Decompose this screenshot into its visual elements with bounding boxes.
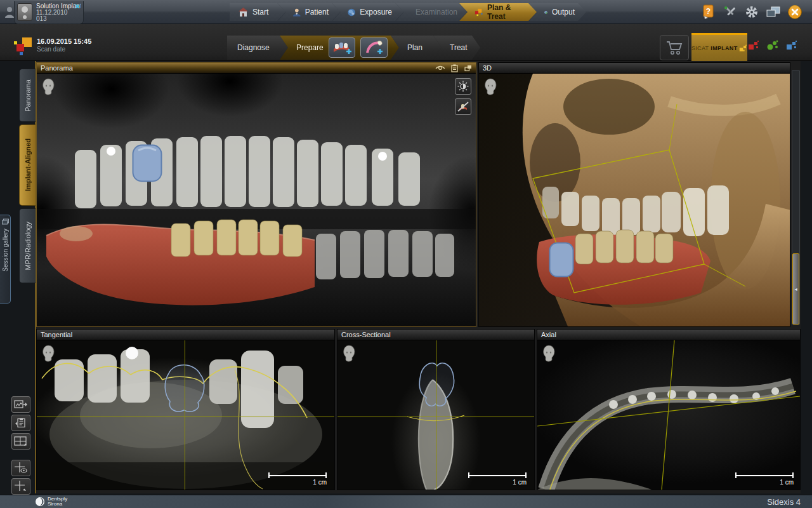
nav-tab-exposure[interactable]: Exposure xyxy=(332,3,403,21)
axial-viewport[interactable]: 1 cm xyxy=(537,340,800,490)
app-icon-green[interactable] xyxy=(766,39,779,51)
brand-line2: Sirona xyxy=(48,502,67,507)
side-panel-track: ◄ xyxy=(792,70,800,325)
windows-icon[interactable] xyxy=(765,4,782,20)
export-image-button[interactable] xyxy=(11,396,30,413)
shop-cart-button[interactable] xyxy=(660,35,689,60)
three-d-viewport[interactable] xyxy=(479,74,790,326)
sidexis-logo xyxy=(14,36,33,55)
scale-bar: 1 cm xyxy=(735,472,794,486)
workspace-tab-label: Panorama xyxy=(24,79,32,112)
patient-card[interactable]: Solution Implant 11.12.2010 013 ✕ xyxy=(14,1,84,24)
nav-tab-output[interactable]: Output xyxy=(529,3,586,21)
workspace-tab-panorama[interactable]: Panorama xyxy=(19,69,36,122)
panorama-title: Panorama xyxy=(41,64,73,72)
avatar xyxy=(17,3,32,21)
cross-sectional-header[interactable]: Cross-Sectional xyxy=(337,330,534,340)
phase-label: Diagnose xyxy=(237,43,270,52)
head-orientation-icon[interactable] xyxy=(483,78,497,96)
clipboard-icon[interactable] xyxy=(450,64,459,72)
crosshair-horizontal[interactable] xyxy=(37,417,334,417)
scale-label: 1 cm xyxy=(780,479,794,486)
head-orientation-icon[interactable] xyxy=(41,78,55,96)
brightness-contrast-button[interactable] xyxy=(455,78,471,95)
gallery-icon xyxy=(2,218,9,225)
nav-tab-label: Patient xyxy=(305,8,329,17)
panorama-viewport[interactable] xyxy=(37,74,476,326)
session-gallery-tab[interactable]: Session gallery xyxy=(0,215,11,304)
phase-label: Plan xyxy=(407,43,422,52)
three-d-header[interactable]: 3D xyxy=(479,63,790,74)
add-jaw-curve-button[interactable] xyxy=(360,37,388,58)
phase-tab-prepare[interactable]: Prepare xyxy=(280,36,399,60)
crosshair-reset-button[interactable] xyxy=(11,478,30,495)
tangential-panel: Tangential 1 cm xyxy=(36,329,335,490)
app-switcher xyxy=(747,39,798,51)
maximize-icon[interactable] xyxy=(464,65,472,72)
tangential-title: Tangential xyxy=(41,331,72,338)
scale-bar: 1 cm xyxy=(268,472,327,486)
nav-tab-start[interactable]: Start xyxy=(230,3,285,21)
app-icon-blue[interactable] xyxy=(785,39,798,51)
cart-icon xyxy=(665,39,683,56)
cross-sectional-viewport[interactable]: 1 cm xyxy=(337,340,534,490)
output-icon xyxy=(544,8,547,17)
phase-nav: Diagnose Prepare Plan Treat xyxy=(227,36,480,60)
nav-tab-patient[interactable]: Patient xyxy=(278,3,340,21)
workspace-tab-label: MPR/Radiology xyxy=(24,222,32,270)
hide-objects-button[interactable] xyxy=(455,98,471,115)
panorama-image xyxy=(37,74,476,326)
workspace-tab-label: Implant-Aligned xyxy=(24,138,32,191)
cross-sectional-title: Cross-Sectional xyxy=(341,331,391,338)
axial-panel: Axial 1 cm xyxy=(537,329,801,490)
scan-datetime: 16.09.2015 15:45 xyxy=(37,37,91,46)
svg-text:?: ? xyxy=(706,7,710,16)
implant-tooth-blue[interactable] xyxy=(549,242,574,277)
nav-tab-plan-treat[interactable]: Plan & Treat xyxy=(459,3,537,21)
head-orientation-icon[interactable] xyxy=(342,345,356,363)
nav-tab-label: Plan & Treat xyxy=(487,3,525,21)
view-tool-column xyxy=(11,396,30,450)
session-gallery-label: Session gallery xyxy=(2,229,9,272)
settings-gear-icon[interactable] xyxy=(743,4,760,20)
sicat-implant-app-button[interactable]: SICATIMPLANT xyxy=(691,33,747,61)
tangential-header[interactable]: Tangential xyxy=(37,330,334,340)
nav-tab-label: Examination xyxy=(416,8,457,17)
add-implants-button[interactable] xyxy=(329,37,356,58)
plan-treat-icon xyxy=(475,8,483,17)
close-patient-icon[interactable]: ✕ xyxy=(74,3,81,11)
scan-date-label: Scan date xyxy=(37,46,91,53)
workspace-tab-implant-aligned[interactable]: Implant-Aligned xyxy=(19,124,36,206)
workspace-tab-mpr-radiology[interactable]: MPR/Radiology xyxy=(19,208,36,283)
patient-id: 013 xyxy=(36,16,81,22)
app-icon-red[interactable] xyxy=(747,39,760,51)
crosshair-show-icon xyxy=(15,462,27,474)
copy-view-button[interactable] xyxy=(11,415,30,431)
phase-label: Prepare xyxy=(296,43,324,52)
add-jaw-curve-icon xyxy=(365,40,384,55)
app-name: Sidexis 4 xyxy=(767,497,801,507)
crosshair-line-2 xyxy=(662,340,674,490)
scale-label: 1 cm xyxy=(313,479,327,486)
crosshair-vertical[interactable] xyxy=(436,340,436,490)
implant-tooth-blue[interactable] xyxy=(132,144,162,182)
help-icon[interactable]: ? xyxy=(700,4,717,20)
axial-image xyxy=(537,340,800,490)
tangential-viewport[interactable]: 1 cm xyxy=(37,340,334,490)
panorama-header[interactable]: Panorama xyxy=(37,63,476,74)
eye-icon[interactable] xyxy=(435,64,445,72)
phase-tab-diagnose[interactable]: Diagnose xyxy=(227,36,288,60)
phase-label: Treat xyxy=(450,43,468,52)
head-orientation-icon[interactable] xyxy=(41,345,55,363)
panel-expand-handle[interactable]: ◄ xyxy=(792,253,799,324)
layout-grid-button[interactable] xyxy=(11,433,30,450)
head-orientation-icon[interactable] xyxy=(542,345,556,363)
crosshair-vertical[interactable] xyxy=(185,340,185,490)
crosshair-show-button[interactable] xyxy=(11,460,30,476)
three-d-panel: 3D xyxy=(478,62,790,327)
brightness-icon xyxy=(457,81,469,92)
tools-icon[interactable] xyxy=(722,4,738,20)
close-icon[interactable] xyxy=(787,4,803,20)
crosshair-reset-icon xyxy=(15,481,27,492)
axial-header[interactable]: Axial xyxy=(537,330,800,340)
